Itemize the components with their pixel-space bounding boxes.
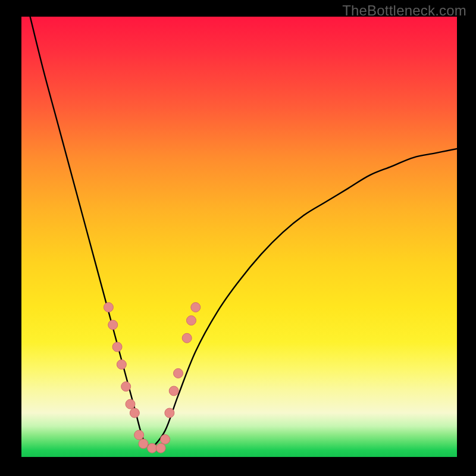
- data-marker: [182, 333, 192, 343]
- data-marker: [174, 368, 183, 378]
- data-marker: [139, 439, 148, 449]
- data-marker: [126, 399, 135, 409]
- data-marker: [186, 316, 196, 325]
- chart-frame: TheBottleneck.com: [0, 0, 476, 476]
- data-marker: [134, 430, 144, 440]
- data-marker: [148, 443, 157, 453]
- watermark-text: TheBottleneck.com: [342, 2, 466, 19]
- data-marker: [161, 434, 170, 444]
- data-marker: [169, 386, 178, 396]
- data-marker: [104, 302, 113, 312]
- data-marker: [121, 382, 131, 392]
- data-marker: [191, 302, 201, 312]
- data-marker: [112, 342, 122, 352]
- plot-area: [21, 17, 457, 457]
- data-marker: [130, 408, 139, 418]
- curve-left-branch: [30, 17, 152, 448]
- curve-right-branch: [152, 149, 457, 448]
- data-marker: [117, 360, 126, 369]
- data-marker: [165, 408, 174, 418]
- data-marker: [156, 443, 165, 453]
- curve-layer: [21, 17, 457, 457]
- data-marker: [108, 320, 118, 330]
